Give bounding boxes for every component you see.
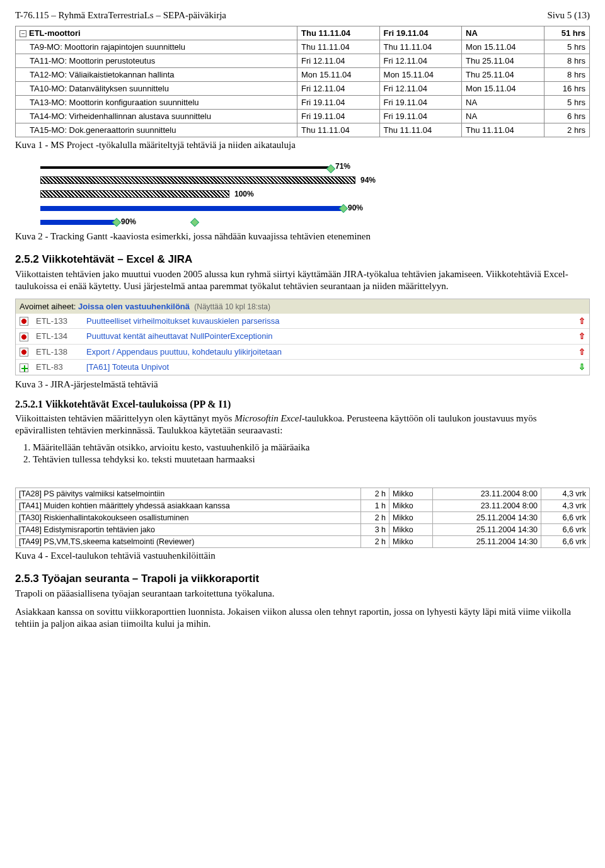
cell: Fri 19.11.04	[297, 96, 380, 110]
list-item: Määritellään tehtävän otsikko, arvioitu …	[33, 442, 590, 453]
bug-icon	[20, 333, 28, 341]
figure-caption-1: Kuva 1 - MS Project -työkalulla määritel…	[15, 140, 590, 151]
cell: Fri 12.11.04	[297, 54, 380, 68]
jira-row[interactable]: ETL-134 Puuttuvat kentät aiheuttavat Nul…	[16, 329, 589, 345]
table-row: [TA30] Riskienhallintakokoukseen osallis…	[16, 512, 590, 524]
collapse-icon[interactable]	[20, 30, 26, 37]
cell: [TA30] Riskienhallintakokoukseen osallis…	[16, 512, 361, 524]
cell: Fri 19.11.04	[297, 110, 380, 123]
task-name: TA12-MO: Väliaikaistietokannan hallinta	[16, 68, 297, 82]
priority-up-icon: ⇧	[579, 316, 585, 326]
cell: NA	[462, 26, 544, 40]
cell: 25.11.2004 14:30	[433, 524, 541, 536]
jira-filter-link[interactable]: Joissa olen vastuuhenkilönä	[78, 302, 190, 311]
cell: 5 hrs	[544, 40, 589, 54]
task-name: TA9-MO: Moottorin rajapintojen suunnitte…	[16, 40, 297, 54]
gantt-label: 100%	[234, 190, 254, 198]
jira-row[interactable]: ETL-83 [TA61] Toteuta Unpivot ⇩	[16, 360, 589, 375]
header-left: T-76.115 – Ryhmä ExtraTerrestriaLs – SEP…	[15, 10, 226, 21]
cell: Fri 19.11.04	[379, 26, 462, 40]
cell: 1 h	[361, 500, 389, 512]
figure-caption-4: Kuva 4 - Excel-taulukon tehtäviä vastuuh…	[15, 551, 590, 561]
cell: [TA48] Edistymisraportin tehtävien jako	[16, 524, 361, 536]
cell: 6,6 vrk	[541, 512, 590, 524]
cell: Mikko	[389, 524, 433, 536]
figure-caption-2: Kuva 2 - Tracking Gantt -kaaviosta esime…	[15, 231, 590, 242]
page-header: T-76.115 – Ryhmä ExtraTerrestriaLs – SEP…	[15, 10, 590, 21]
cell: 4,3 vrk	[541, 500, 590, 512]
cell: 4,3 vrk	[541, 488, 590, 500]
cell: 23.11.2004 8:00	[433, 500, 541, 512]
cell: 6,6 vrk	[541, 536, 590, 548]
cell: 25.11.2004 14:30	[433, 536, 541, 548]
section-heading-252: 2.5.2 Viikkotehtävät – Excel & JIRA	[15, 253, 590, 266]
jira-panel-header: Avoimet aiheet: Joissa olen vastuuhenkil…	[16, 299, 589, 314]
text: Viikoittaisten tehtävien määrittelyyn ol…	[15, 413, 234, 423]
emphasis: Microsoftin Excel	[234, 413, 302, 423]
paragraph: Viikottaisten tehtävien jako muuttui vuo…	[15, 268, 590, 292]
table-row: TA10-MO: Datanvälityksen suunnitteluFri …	[16, 82, 590, 96]
bug-icon	[20, 348, 28, 357]
bug-icon	[20, 317, 28, 326]
cell: Mon 15.11.04	[462, 40, 544, 54]
jira-panel: Avoimet aiheet: Joissa olen vastuuhenkil…	[15, 299, 590, 375]
jira-head-label: Avoimet aiheet:	[20, 302, 76, 311]
priority-up-icon: ⇧	[579, 347, 585, 357]
table-row: [TA41] Muiden kohtien määrittely yhdessä…	[16, 500, 590, 512]
cell: [TA49] PS,VM,TS,skeema katselmointi (Rev…	[16, 536, 361, 548]
gantt-label: 94%	[360, 176, 376, 185]
msproject-table: ETL-moottori Thu 11.11.04 Fri 19.11.04 N…	[15, 26, 590, 137]
cell: 25.11.2004 14:30	[433, 512, 541, 524]
table-row: [TA48] Edistymisraportin tehtävien jako3…	[16, 524, 590, 536]
cell: NA	[462, 110, 544, 123]
cell: 23.11.2004 8:00	[433, 488, 541, 500]
jira-count-note: (Näyttää 10 kpl 18:sta)	[194, 302, 270, 311]
task-name: ETL-moottori	[29, 28, 81, 38]
list-item: Tehtävien tullessa tehdyksi ko. teksti m…	[33, 454, 590, 465]
paragraph: Asiakkaan kanssa on sovittu viikkoraport…	[15, 606, 590, 630]
table-row: TA11-MO: Moottorin perustoteutusFri 12.1…	[16, 54, 590, 68]
issue-key[interactable]: ETL-83	[32, 360, 83, 375]
cell: Fri 19.11.04	[379, 110, 462, 123]
issue-summary[interactable]: Puuttuvat kentät aiheuttavat NullPointer…	[83, 329, 575, 345]
jira-row[interactable]: ETL-133 Puutteelliset virheilmoitukset k…	[16, 314, 589, 329]
cell: 2 h	[361, 512, 389, 524]
cell: Thu 11.11.04	[297, 123, 380, 137]
cell: Fri 19.11.04	[379, 96, 462, 110]
table-row: TA15-MO: Dok.generaattorin suunnitteluTh…	[16, 123, 590, 137]
paragraph: Viikoittaisten tehtävien määrittelyyn ol…	[15, 413, 590, 437]
figure-caption-3: Kuva 3 - JIRA-järjestelmästä tehtäviä	[15, 379, 590, 390]
cell: 51 hrs	[544, 26, 589, 40]
issue-summary[interactable]: Export / Appendaus puuttuu, kohdetaulu y…	[83, 344, 575, 360]
priority-up-icon: ⇧	[579, 331, 585, 341]
cell: NA	[462, 96, 544, 110]
table-row: TA12-MO: Väliaikaistietokannan hallintaM…	[16, 68, 590, 82]
table-row: [TA49] PS,VM,TS,skeema katselmointi (Rev…	[16, 536, 590, 548]
issue-key[interactable]: ETL-134	[32, 329, 83, 345]
issue-key[interactable]: ETL-138	[32, 344, 83, 360]
jira-row[interactable]: ETL-138 Export / Appendaus puuttuu, kohd…	[16, 344, 589, 360]
jira-issue-table: ETL-133 Puutteelliset virheilmoitukset k…	[16, 314, 589, 375]
cell: Thu 11.11.04	[297, 26, 380, 40]
cell: Mon 15.11.04	[462, 82, 544, 96]
cell: 16 hrs	[544, 82, 589, 96]
cell: Mikko	[389, 536, 433, 548]
cell: Thu 11.11.04	[462, 123, 544, 137]
issue-key[interactable]: ETL-133	[32, 314, 83, 329]
cell: Thu 11.11.04	[379, 123, 462, 137]
cell: [TA41] Muiden kohtien määrittely yhdessä…	[16, 500, 361, 512]
cell: 2 h	[361, 536, 389, 548]
section-heading-2521: 2.5.2.1 Viikkotehtävät Excel-taulukoissa…	[15, 399, 590, 410]
gantt-label: 90%	[348, 203, 363, 212]
header-right: Sivu 5 (13)	[548, 10, 591, 21]
cell: 6 hrs	[544, 110, 589, 123]
issue-summary[interactable]: [TA61] Toteuta Unpivot	[83, 360, 575, 375]
cell: Mon 15.11.04	[297, 68, 380, 82]
table-row: ETL-moottori Thu 11.11.04 Fri 19.11.04 N…	[16, 26, 590, 40]
cell: Thu 25.11.04	[462, 54, 544, 68]
task-name: TA14-MO: Virheidenhallinnan alustava suu…	[16, 110, 297, 123]
task-name: TA10-MO: Datanvälityksen suunnittelu	[16, 82, 297, 96]
cell: 3 h	[361, 524, 389, 536]
issue-summary[interactable]: Puutteelliset virheilmoitukset kuvauskie…	[83, 314, 575, 329]
table-row: TA13-MO: Moottorin konfiguraation suunni…	[16, 96, 590, 110]
